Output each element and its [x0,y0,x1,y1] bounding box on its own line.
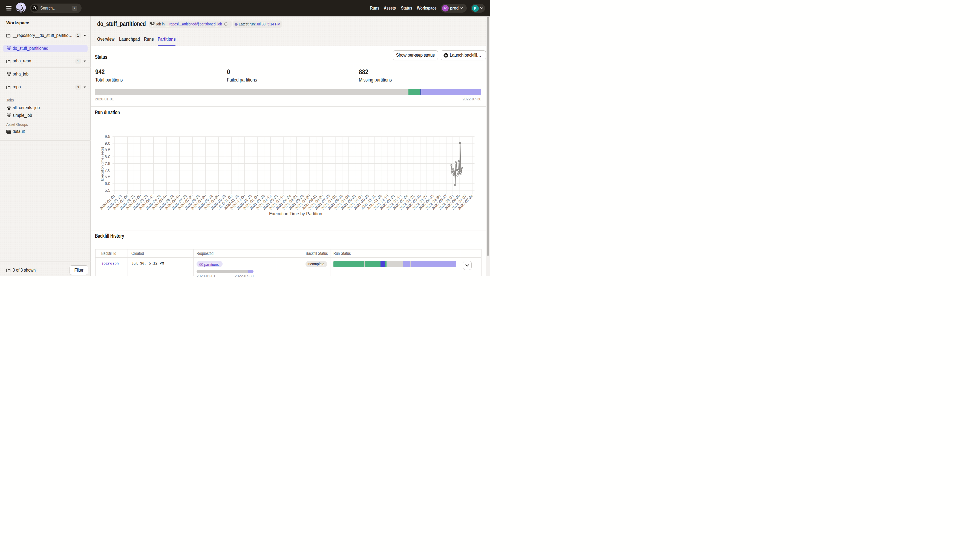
svg-text:6.5: 6.5 [105,174,110,179]
svg-text:8.0: 8.0 [105,154,110,159]
svg-text:5.5: 5.5 [105,188,110,193]
svg-text:9.0: 9.0 [105,141,110,146]
svg-text:7.0: 7.0 [105,168,110,172]
svg-text:8.5: 8.5 [105,148,110,152]
svg-text:6.0: 6.0 [105,181,110,186]
svg-text:7.5: 7.5 [105,161,110,166]
svg-text:Execution time (secs): Execution time (secs) [100,147,104,181]
svg-text:Execution Time by Partition: Execution Time by Partition [269,211,322,216]
svg-text:9.5: 9.5 [105,134,110,139]
